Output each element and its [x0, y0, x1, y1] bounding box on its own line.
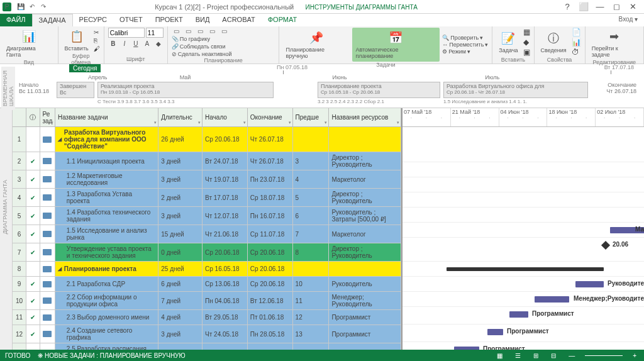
table-row[interactable]: 4✔1.3 Разработка Устава проекта2 днейВт … [13, 189, 401, 207]
ribbon-toggle-icon[interactable]: ⬜ [576, 2, 591, 11]
undo-icon[interactable]: ↶ [28, 3, 36, 11]
tab-report[interactable]: ОТЧЕТ [113, 14, 149, 26]
gantt-bar[interactable] [575, 281, 604, 287]
paste-button[interactable]: 📋 Вставить [62, 28, 91, 53]
sidebar-gantt-label: ДИАГРАММА ГАНТА [1, 176, 9, 238]
pct0-icon[interactable]: ▭ [172, 28, 182, 35]
view-calendar-icon[interactable]: ⊞ [531, 352, 541, 359]
zoom-slider[interactable] [585, 355, 623, 356]
bold-icon[interactable]: B [108, 40, 118, 47]
tab-format[interactable]: ФОРМАТ [262, 14, 304, 26]
mode-icon [43, 297, 52, 304]
mark-ontrack-icon[interactable]: 📎 [172, 36, 179, 42]
font-color-icon[interactable]: A [142, 40, 152, 47]
gantt-bar[interactable] [509, 311, 528, 318]
view-network-icon[interactable]: ⊟ [548, 352, 558, 359]
col-id[interactable] [13, 108, 26, 126]
timeline-bar[interactable]: Планирование проектаСр 16.05.18 - Ср 20.… [318, 82, 440, 98]
deactivate-icon[interactable]: ⊘ [172, 51, 177, 57]
view-normal-icon[interactable]: ▦ [494, 352, 505, 359]
summary-bar[interactable] [447, 267, 604, 271]
col-duration[interactable]: Длительнс▾ [158, 108, 203, 126]
italic-icon[interactable]: I [119, 40, 130, 47]
minimize-icon[interactable]: — [592, 2, 608, 11]
table-row[interactable]: 8◢Планирование проекта25 днейСр 16.05.18… [13, 262, 401, 277]
col-info[interactable]: ⓘ [26, 108, 40, 126]
zoom-out-icon[interactable]: — [566, 352, 577, 359]
mode-button[interactable]: ⚙ Режим ▾ [442, 48, 488, 55]
pct100-icon[interactable]: ▭ [219, 28, 230, 35]
task-icon: 📝 [499, 31, 517, 46]
col-pred[interactable]: Предше▾ [293, 108, 330, 126]
inspect-button[interactable]: 🔍 Проверить ▾ [442, 35, 488, 41]
auto-schedule-button[interactable]: 📅 Автоматическое планирование [352, 28, 440, 62]
tab-file[interactable]: ФАЙЛ [0, 14, 32, 26]
font-name-input[interactable] [108, 28, 145, 38]
tab-project[interactable]: ПРОЕКТ [149, 14, 189, 26]
close-icon[interactable]: ✕ [625, 2, 640, 11]
col-end[interactable]: Окончание▾ [248, 108, 293, 126]
table-row[interactable]: 7✔Утверждение устава проекта и техническ… [13, 243, 401, 262]
timeline-bar[interactable]: Разработка Виртуального офиса дляСр 20.0… [443, 82, 588, 98]
col-res[interactable]: Названия ресурсов▾ [329, 108, 401, 126]
table-row[interactable]: 1◢Разработка Виртуального офиса для комп… [13, 127, 401, 152]
pct75-icon[interactable]: ▭ [208, 28, 218, 35]
pct50-icon[interactable]: ▭ [196, 28, 206, 35]
information-button[interactable]: ⓘ Сведения [538, 30, 569, 55]
move-button[interactable]: ↔ Переместить ▾ [442, 42, 488, 48]
manual-schedule-button[interactable]: 📌 Планирование вручную [283, 29, 349, 60]
milestone-icon[interactable] [601, 241, 610, 250]
font-size-input[interactable] [146, 28, 164, 38]
gantt-bar[interactable] [535, 296, 569, 303]
table-row[interactable]: 9✔2.1 Разработка СДР6 днейСр 13.06.18Ср … [13, 277, 401, 292]
table-row[interactable]: 6✔1.5 Исследование и анализ рынка15 дней… [13, 225, 401, 243]
month-label: Июнь [332, 74, 485, 81]
check-icon: ✔ [26, 225, 40, 243]
table-row[interactable]: 2✔1.1 Иницилизация проекта3 днейВт 24.07… [13, 152, 401, 170]
sidebar-timeline-label: ВРЕМЕННАЯ ШКАЛА [1, 67, 15, 110]
table-row[interactable]: 10✔2.2 Сбор информации о продукции офиса… [13, 292, 401, 310]
login-link[interactable]: Вход ▾ [613, 14, 644, 26]
maximize-icon[interactable]: ◻ [609, 2, 624, 11]
status-mode[interactable]: ❋ НОВЫЕ ЗАДАЧИ : ПЛАНИРОВАНИЕ ВРУЧНУЮ [38, 352, 185, 359]
pct25-icon[interactable]: ▭ [184, 28, 194, 35]
summary-icon[interactable]: ▦ [523, 28, 530, 36]
help-icon[interactable]: ? [560, 2, 575, 11]
details-icon[interactable]: 📊 [572, 38, 581, 47]
tab-view[interactable]: ВИД [189, 14, 216, 26]
timeline-add-icon[interactable]: ⏱ [572, 48, 581, 57]
underline-icon[interactable]: U [131, 40, 141, 47]
task-insert-button[interactable]: 📝 Задача [496, 30, 520, 55]
mode-icon [43, 194, 52, 201]
save-icon[interactable]: 💾 [16, 3, 25, 11]
deliverable-icon[interactable]: ▣ [523, 48, 530, 57]
gantt-view-button[interactable]: 📊 Диаграмма Ганта [4, 28, 54, 59]
redo-icon[interactable]: ↷ [39, 3, 48, 11]
timeline-bar[interactable]: Реализация проектаПн 19.03.18 - Ср 16.05… [97, 82, 274, 98]
col-mode[interactable]: Ре зад▾ [40, 108, 55, 126]
tab-task[interactable]: ЗАДАЧА [32, 14, 73, 26]
milestone-icon[interactable]: ◆ [523, 38, 530, 47]
status-ready: ГОТОВО [5, 352, 30, 359]
gantt-bar[interactable] [487, 329, 503, 335]
col-name[interactable]: Название задачи▾ [55, 108, 158, 126]
scroll-to-task-button[interactable]: ➡ Перейти к задаче [589, 28, 640, 59]
format-painter-icon[interactable]: 🖌 [94, 45, 100, 52]
zoom-in-icon[interactable]: + [630, 352, 639, 359]
notes-icon[interactable]: 📄 [572, 28, 581, 36]
table-row[interactable]: 11✔2.3 Выбор доменного имени4 днейВт 29.… [13, 310, 401, 325]
cut-icon[interactable]: ✂ [94, 29, 100, 36]
tab-acrobat[interactable]: ACROBAT [216, 14, 261, 26]
fill-color-icon[interactable]: ◆ [153, 40, 164, 47]
view-gantt-icon[interactable]: ☰ [513, 352, 523, 359]
table-row[interactable]: 3✔1.2 Маркетинговые исследования3 днейЧт… [13, 170, 401, 189]
gantt-chart[interactable]: 07 Май '18···21 Май '18···04 Июн '18···1… [402, 108, 644, 361]
mode-icon [43, 314, 52, 321]
copy-icon[interactable]: ⎘ [94, 37, 100, 44]
table-row[interactable]: 5✔1.4 Разработка технического задания3 д… [13, 207, 401, 225]
table-row[interactable]: 12✔2.4 Создание сетевого графика3 днейЧт… [13, 325, 401, 343]
col-start[interactable]: Начало▾ [203, 108, 248, 126]
tab-resource[interactable]: РЕСУРС [73, 14, 113, 26]
respect-links-icon[interactable]: 🔗 [172, 43, 179, 50]
timeline-bar[interactable]: ЗавершенВс [57, 82, 94, 98]
